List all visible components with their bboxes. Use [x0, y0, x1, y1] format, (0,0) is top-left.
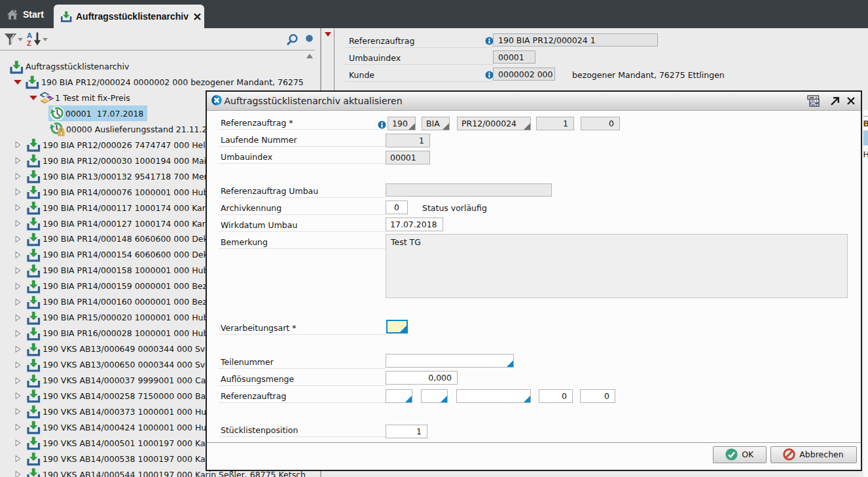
archive-node-icon	[26, 138, 41, 152]
tree-collapsed-arrow-icon[interactable]	[15, 298, 21, 306]
info-icon[interactable]	[485, 71, 494, 79]
tree-collapsed-arrow-icon[interactable]	[15, 330, 21, 337]
tree-collapsed-arrow-icon[interactable]	[15, 377, 21, 385]
tree-collapsed-arrow-icon[interactable]	[15, 172, 21, 180]
referenzauftrag-mandant-field[interactable]: 190	[388, 117, 416, 130]
tree-collapsed-arrow-icon[interactable]	[15, 392, 21, 400]
ok-button[interactable]: OK	[713, 446, 767, 463]
tree-item-label: 190 BIA PR15/000020 1000001 000 Hubert	[43, 313, 220, 322]
tree-item-label: 190 VKS AB14/000538 1000197 000 Karin	[43, 454, 216, 464]
tree-collapsed-arrow-icon[interactable]	[15, 141, 21, 149]
home-icon	[7, 9, 18, 20]
archive-node-icon	[26, 311, 41, 325]
tree-collapsed-arrow-icon[interactable]	[15, 455, 21, 463]
kunde-panel-label: Kunde	[349, 70, 374, 80]
tab-auftragsstuecklistenarchiv[interactable]: Auftragsstücklistenarchiv	[54, 5, 204, 28]
tree-collapsed-arrow-icon[interactable]	[15, 267, 21, 275]
tree-item-label: 190 BIA PR13/000132 9541718 700 Merk	[43, 172, 212, 181]
update-dialog: Auftragsstücklistenarchiv aktualisieren …	[206, 90, 862, 471]
referenzauftrag2-mandant-field[interactable]	[386, 389, 412, 403]
tree-expanded-arrow-icon[interactable]	[29, 96, 37, 100]
tree-collapsed-arrow-icon[interactable]	[15, 314, 21, 322]
cancel-button-label: Abbrechen	[799, 449, 843, 459]
cancel-button[interactable]: Abbrechen	[770, 446, 857, 463]
tree-collapsed-arrow-icon[interactable]	[15, 439, 21, 447]
tree-collapsed-arrow-icon[interactable]	[15, 157, 21, 164]
info-icon[interactable]	[485, 37, 494, 45]
archive-node-icon	[26, 326, 41, 341]
tree-collapsed-arrow-icon[interactable]	[15, 235, 21, 243]
stuecklistenposition-label: Stücklistenposition	[221, 425, 298, 435]
tab-start[interactable]: Start	[0, 0, 54, 28]
background-window-fragment: B Ha	[863, 110, 868, 477]
tree-collapsed-arrow-icon[interactable]	[15, 470, 21, 477]
panel-collapse-icon[interactable]	[325, 32, 331, 37]
tree-collapsed-arrow-icon[interactable]	[15, 204, 21, 212]
archive-node-icon	[26, 404, 41, 419]
archive-node-icon	[26, 200, 41, 215]
verarbeitungsart-label: Verarbeitungsart *	[221, 323, 296, 333]
tree-item[interactable]: 190 BIA PR12/000024 0000002 000 bezogene…	[0, 74, 320, 90]
teilenummer-field[interactable]	[386, 354, 514, 368]
archive-node-icon	[26, 153, 41, 168]
bemerkung-textarea[interactable]: Test TG	[386, 234, 848, 298]
app-logo-icon	[211, 94, 223, 106]
referenzauftrag-art-field[interactable]: BIA	[422, 117, 450, 130]
tree-item-label: 190 BIA PR12/000030 1000194 000 Maiwald	[43, 156, 225, 166]
row-separator	[219, 163, 386, 164]
tree-collapsed-arrow-icon[interactable]	[15, 282, 21, 290]
aufloesungsmenge-field[interactable]: 0,000	[386, 371, 458, 385]
archiv-status-text: Status vorläufig	[422, 203, 487, 213]
kunde-panel-field[interactable]: 0000002 000	[493, 67, 555, 81]
laufende-nummer-field[interactable]: 1	[386, 134, 430, 147]
umbauindex-panel-field[interactable]: 00001	[493, 50, 535, 64]
tree-item-label: 190 VKS AB13/000649 0000344 000 Svenja	[43, 344, 223, 354]
tree-item-label: 190 BIA PR14/000127 1000174 000 Karin	[43, 219, 213, 229]
report-icon[interactable]	[807, 95, 821, 107]
tree-collapsed-arrow-icon[interactable]	[15, 188, 21, 196]
referenzauftrag-panel-field[interactable]: 190 BIA PR12/000024 1	[493, 33, 658, 47]
panel-divider-line	[334, 29, 335, 90]
grid-header-fragment: B	[863, 119, 868, 128]
referenzauftrag-nummer-field[interactable]: PR12/000024	[457, 117, 531, 130]
dialog-titlebar[interactable]: Auftragsstücklistenarchiv aktualisieren	[207, 92, 861, 111]
referenzauftrag-label: Referenzauftrag *	[221, 118, 293, 128]
referenzauftrag2-nummer-field[interactable]	[456, 389, 531, 403]
tree-expanded-arrow-icon[interactable]	[14, 80, 22, 85]
stuecklistenposition-field[interactable]: 1	[386, 425, 427, 438]
tree-collapsed-arrow-icon[interactable]	[15, 423, 21, 431]
umbauindex-field[interactable]: 00001	[386, 151, 430, 164]
archive-node-icon	[26, 263, 41, 278]
tree-collapsed-arrow-icon[interactable]	[15, 408, 21, 415]
tree-collapsed-arrow-icon[interactable]	[15, 219, 21, 227]
row-separator	[219, 402, 386, 403]
tree-collapsed-arrow-icon[interactable]	[15, 345, 21, 353]
row-separator	[219, 385, 386, 386]
detach-window-icon[interactable]	[829, 96, 841, 107]
wirkdatum-umbau-label: Wirkdatum Umbau	[221, 220, 297, 230]
dialog-close-icon[interactable]	[846, 96, 856, 105]
kunde-description-text: bezogener Mandant, 76275 Ettlingen	[572, 70, 725, 80]
referenzauftrag-umbau-field[interactable]	[386, 183, 552, 197]
tree-collapsed-arrow-icon[interactable]	[15, 361, 21, 369]
aufloesungsmenge-label: Auflösungsmenge	[221, 374, 294, 384]
archivkennung-field[interactable]: 0	[386, 200, 408, 214]
referenzauftrag-umbau-label: Referenzauftrag Umbau	[221, 186, 318, 196]
referenzauftrag-pos-field[interactable]: 1	[536, 117, 574, 130]
tab-close-icon[interactable]	[193, 12, 202, 21]
referenzauftrag-panel-label: Referenzauftrag	[349, 36, 414, 46]
wirkdatum-umbau-field[interactable]: 17.07.2018	[386, 218, 443, 231]
archivkennung-label: Archivkennung	[221, 203, 281, 213]
tree-collapsed-arrow-icon[interactable]	[15, 251, 21, 259]
tree-item[interactable]: Auftragsstücklistenarchiv	[0, 59, 320, 75]
referenzauftrag2-art-field[interactable]	[421, 389, 448, 403]
tree-item-label: 190 BIA PR14/000117 1000174 000 Karin	[43, 203, 213, 213]
referenzauftrag2-pos-field[interactable]: 0	[539, 389, 573, 403]
referenzauftrag-sub-field[interactable]: 0	[581, 117, 620, 130]
row-separator	[219, 436, 386, 437]
verarbeitungsart-field[interactable]	[386, 320, 408, 334]
archive-node-icon	[26, 232, 41, 246]
referenzauftrag2-sub-field[interactable]: 0	[580, 389, 615, 403]
info-icon[interactable]	[378, 121, 386, 129]
archive-node-icon	[26, 279, 41, 294]
